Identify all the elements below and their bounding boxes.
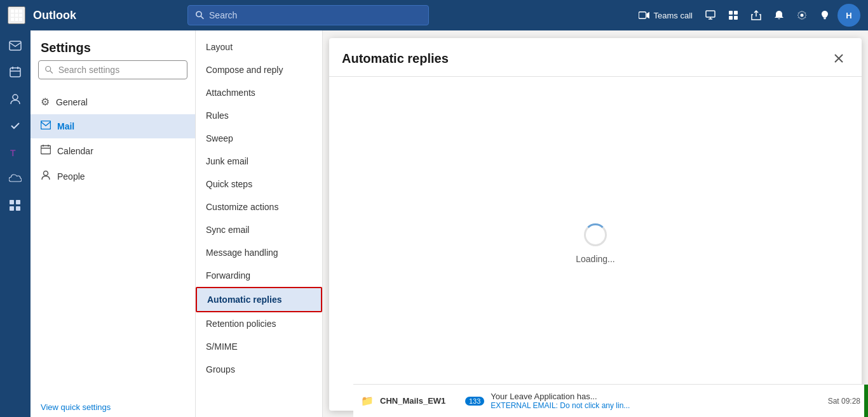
settings-panel: Settings ⚙ General Mail Calendar [31, 30, 196, 417]
svg-rect-36 [41, 121, 51, 129]
bell-icon[interactable] [769, 5, 789, 25]
grid-icon[interactable] [723, 5, 743, 25]
folder-icon: 📁 [361, 395, 374, 407]
app-title: Outlook [33, 9, 76, 22]
svg-rect-0 [11, 10, 14, 13]
svg-rect-13 [706, 11, 715, 17]
content-area: Automatic replies Loading... 📁 CHN_Mails… [323, 30, 868, 417]
dialog-title: Automatic replies [342, 51, 449, 66]
submenu-panel: Layout Compose and reply Attachments Rul… [196, 30, 323, 417]
svg-rect-17 [734, 11, 738, 15]
submenu-message[interactable]: Message handling [196, 241, 322, 264]
submenu-junk[interactable]: Junk email [196, 150, 322, 173]
submenu-compose[interactable]: Compose and reply [196, 58, 322, 81]
bottom-mail-bar: 📁 CHN_Mails_EW1 133 Your Leave Applicati… [353, 384, 868, 417]
waffle-icon[interactable] [8, 6, 25, 24]
rail-cloud-icon[interactable] [3, 166, 28, 192]
share-icon[interactable] [746, 5, 766, 25]
svg-rect-3 [11, 14, 14, 17]
nav-mail[interactable]: Mail [31, 114, 195, 138]
svg-rect-37 [41, 146, 51, 154]
svg-rect-33 [16, 206, 20, 211]
present-icon[interactable] [700, 5, 721, 25]
submenu-automatic[interactable]: Automatic replies [196, 287, 322, 312]
submenu-groups[interactable]: Groups [196, 358, 322, 381]
rail-teams-icon[interactable]: T [3, 140, 28, 165]
submenu-smime[interactable]: S/MIME [196, 335, 322, 358]
main-layout: T Settings ⚙ General Mail [0, 30, 868, 417]
search-input[interactable] [209, 10, 421, 20]
view-quick-settings-link[interactable]: View quick settings [31, 400, 195, 417]
green-status-bar [864, 385, 868, 417]
svg-rect-1 [15, 10, 18, 13]
svg-rect-8 [19, 18, 22, 21]
dialog-close-button[interactable] [829, 48, 849, 69]
rail-apps-icon[interactable] [3, 193, 28, 218]
svg-rect-19 [734, 16, 738, 20]
rail-mail-icon[interactable] [3, 33, 28, 58]
submenu-customize[interactable]: Customize actions [196, 195, 322, 218]
automatic-replies-dialog: Automatic replies Loading... [329, 38, 862, 411]
submenu-attachments[interactable]: Attachments [196, 81, 322, 104]
svg-line-35 [50, 71, 53, 74]
people-nav-icon [41, 170, 51, 183]
topbar: Outlook Teams call H [0, 0, 868, 30]
submenu-rules[interactable]: Rules [196, 104, 322, 127]
submenu-sync[interactable]: Sync email [196, 218, 322, 241]
svg-point-28 [13, 95, 18, 100]
rail-tasks-icon[interactable] [3, 113, 28, 138]
svg-rect-11 [639, 12, 646, 19]
settings-search-box[interactable] [38, 60, 187, 79]
general-icon: ⚙ [41, 96, 50, 108]
svg-rect-32 [10, 206, 14, 211]
settings-title: Settings [31, 30, 195, 60]
svg-rect-16 [729, 11, 733, 15]
svg-rect-18 [729, 16, 733, 20]
svg-rect-4 [15, 14, 18, 17]
loading-spinner [584, 223, 607, 246]
rail-people-icon[interactable] [3, 86, 28, 112]
svg-rect-6 [11, 18, 14, 21]
svg-rect-24 [10, 68, 20, 77]
mail-folder-label: CHN_Mails_EW1 [380, 396, 456, 406]
svg-rect-2 [19, 10, 22, 13]
svg-rect-31 [16, 200, 20, 204]
mail-excerpt: EXTERNAL EMAIL: Do not click any lin... [491, 401, 821, 410]
nav-people[interactable]: People [31, 164, 195, 189]
calendar-nav-icon [41, 145, 51, 157]
settings-search-input[interactable] [58, 65, 180, 75]
teams-call-button[interactable]: Teams call [634, 8, 698, 23]
loading-text: Loading... [576, 254, 615, 264]
svg-point-9 [196, 11, 201, 17]
svg-line-10 [201, 17, 203, 19]
rail-calendar-icon[interactable] [3, 60, 28, 85]
svg-point-20 [801, 14, 804, 17]
dialog-body: Loading... [329, 77, 862, 411]
mail-time: Sat 09:28 [828, 397, 860, 406]
search-box[interactable] [187, 5, 429, 25]
submenu-retention[interactable]: Retention policies [196, 312, 322, 335]
avatar[interactable]: H [837, 4, 860, 27]
svg-point-34 [46, 66, 51, 71]
svg-point-41 [44, 171, 48, 176]
svg-rect-7 [15, 18, 18, 21]
submenu-quicksteps[interactable]: Quick steps [196, 173, 322, 195]
topbar-actions: Teams call H [634, 4, 860, 27]
settings-gear-icon[interactable] [792, 5, 812, 25]
lightbulb-icon[interactable] [815, 5, 835, 25]
mail-subject: Your Leave Application has... [491, 392, 821, 401]
mail-count-badge: 133 [465, 397, 484, 406]
settings-nav: ⚙ General Mail Calendar People [31, 87, 195, 400]
svg-marker-12 [646, 12, 649, 19]
nav-general[interactable]: ⚙ General [31, 89, 195, 114]
svg-rect-5 [19, 14, 22, 17]
mail-preview[interactable]: Your Leave Application has... EXTERNAL E… [491, 392, 821, 410]
svg-rect-23 [10, 41, 21, 50]
icon-rail: T [0, 30, 31, 417]
submenu-forwarding[interactable]: Forwarding [196, 264, 322, 287]
nav-calendar[interactable]: Calendar [31, 138, 195, 164]
mail-nav-icon [41, 121, 51, 132]
submenu-layout[interactable]: Layout [196, 36, 322, 58]
submenu-sweep[interactable]: Sweep [196, 127, 322, 150]
svg-text:T: T [10, 148, 16, 158]
